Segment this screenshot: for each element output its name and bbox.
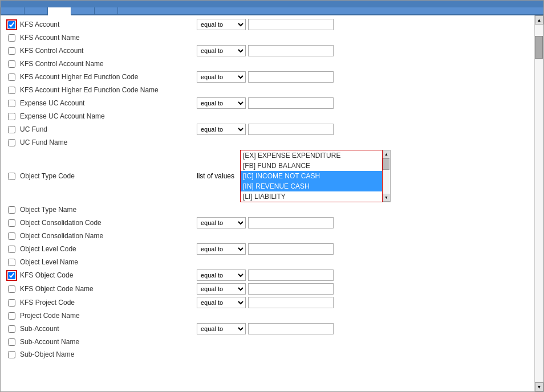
- checkbox-kfs-account-higher-ed-name[interactable]: [8, 87, 15, 94]
- checkbox-cell-uc-fund: [3, 126, 20, 133]
- input-uc-fund[interactable]: [248, 124, 334, 135]
- tab-full-accounting[interactable]: [48, 7, 71, 15]
- label-kfs-account-higher-ed: KFS Account Higher Ed Function Code: [20, 73, 197, 81]
- checkbox-expense-uc-account[interactable]: [8, 100, 15, 107]
- dropdown-kfs-object-code-name[interactable]: equal tonot equal toless thangreater tha…: [197, 283, 246, 295]
- table-row: UC Fundequal tonot equal toless thangrea…: [1, 122, 534, 136]
- listbox-scrollbar[interactable]: ▲▼: [383, 150, 391, 202]
- checkbox-object-type-name[interactable]: [8, 206, 15, 214]
- table-row: Expense UC Account Name: [1, 110, 534, 122]
- dropdown-sub-account[interactable]: equal tonot equal toless thangreater tha…: [197, 323, 246, 334]
- lb-scroll-track: [383, 158, 390, 194]
- input-kfs-control-account[interactable]: [248, 45, 334, 56]
- dropdown-kfs-project-code[interactable]: equal tonot equal toless thangreater tha…: [197, 297, 246, 308]
- checkbox-cell-object-level-code: [3, 246, 20, 253]
- table-row: Object Level Codeequal tonot equal toles…: [1, 242, 534, 256]
- table-row: KFS Control Accountequal tonot equal tol…: [1, 44, 534, 58]
- checkbox-wrapper-kfs-account: [6, 19, 17, 30]
- table-row: KFS Control Account Name: [1, 58, 534, 70]
- checkbox-object-level-name[interactable]: [8, 259, 15, 266]
- checkbox-object-level-code[interactable]: [8, 246, 15, 253]
- dropdown-uc-fund[interactable]: equal tonot equal toless thangreater tha…: [197, 124, 246, 135]
- checkbox-cell-sub-account-name: [3, 338, 20, 346]
- listbox-item[interactable]: [FB] FUND BALANCE: [241, 161, 382, 171]
- checkbox-kfs-account-name[interactable]: [8, 34, 15, 42]
- listbox-item[interactable]: [IN] REVENUE CASH: [241, 181, 382, 191]
- checkbox-cell-kfs-account-higher-ed-name: [3, 87, 20, 94]
- listbox-item[interactable]: [IC] INCOME NOT CASH: [241, 171, 382, 181]
- table-row: Sub-Object Name: [1, 348, 534, 361]
- tab-ledger-detail[interactable]: [71, 7, 95, 14]
- table-row: Expense UC Accountequal tonot equal tole…: [1, 96, 534, 110]
- scroll-down-button[interactable]: ▼: [535, 382, 543, 391]
- checkbox-kfs-account[interactable]: [8, 21, 15, 28]
- listbox-item[interactable]: [LI] LIABILITY: [241, 191, 382, 202]
- checkbox-uc-fund[interactable]: [8, 126, 15, 133]
- lb-scroll-down[interactable]: ▼: [383, 194, 390, 202]
- input-kfs-object-code[interactable]: [248, 270, 334, 281]
- table-row: Object Consolidation Name: [1, 230, 534, 242]
- checkbox-cell-kfs-account-name: [3, 34, 20, 42]
- input-kfs-project-code[interactable]: [248, 297, 334, 308]
- input-kfs-account[interactable]: [248, 19, 334, 30]
- lb-scroll-thumb[interactable]: [383, 158, 389, 170]
- tab-amounts[interactable]: [95, 7, 118, 14]
- listbox[interactable]: [EX] EXPENSE EXPENDITURE[FB] FUND BALANC…: [240, 150, 383, 202]
- checkbox-sub-object-name[interactable]: [8, 351, 15, 358]
- control-cell-kfs-account-higher-ed: equal tonot equal toless thangreater tha…: [197, 71, 532, 83]
- scrollbar[interactable]: ▲ ▼: [534, 15, 543, 391]
- dropdown-expense-uc-account[interactable]: equal tonot equal toless thangreater tha…: [197, 97, 246, 109]
- scroll-track[interactable]: [535, 24, 543, 382]
- main-content: KFS Accountequal tonot equal toless than…: [1, 15, 534, 391]
- tab-campus-hierarchy[interactable]: [25, 7, 48, 14]
- dropdown-kfs-account-higher-ed[interactable]: equal tonot equal toless thangreater tha…: [197, 71, 246, 83]
- listbox-item[interactable]: [EX] EXPENSE EXPENDITURE: [241, 150, 382, 161]
- label-object-consolidation-name: Object Consolidation Name: [20, 232, 197, 240]
- content-area: KFS Accountequal tonot equal toless than…: [1, 15, 543, 391]
- checkbox-kfs-control-account[interactable]: [8, 47, 15, 55]
- input-expense-uc-account[interactable]: [248, 97, 334, 109]
- dropdown-kfs-object-code[interactable]: equal tonot equal toless thangreater tha…: [197, 270, 246, 281]
- label-kfs-control-account: KFS Control Account: [20, 47, 197, 55]
- listbox-container: [EX] EXPENSE EXPENDITURE[FB] FUND BALANC…: [240, 150, 391, 202]
- checkbox-kfs-project-code[interactable]: [8, 299, 15, 307]
- tab-bar: [1, 7, 543, 15]
- input-sub-account[interactable]: [248, 323, 334, 334]
- dropdown-kfs-account[interactable]: equal tonot equal toless thangreater tha…: [197, 19, 246, 30]
- label-kfs-object-code: KFS Object Code: [20, 271, 197, 279]
- scroll-thumb[interactable]: [535, 36, 543, 59]
- input-object-level-code[interactable]: [248, 243, 334, 255]
- checkbox-cell-sub-account: [3, 325, 20, 333]
- checkbox-kfs-control-account-name[interactable]: [8, 60, 15, 68]
- input-kfs-account-higher-ed[interactable]: [248, 71, 334, 83]
- dropdown-object-level-code[interactable]: equal tonot equal toless thangreater tha…: [197, 243, 246, 255]
- checkbox-uc-fund-name[interactable]: [8, 139, 15, 146]
- checkbox-kfs-object-code-name[interactable]: [8, 285, 15, 293]
- control-cell-sub-account: equal tonot equal toless thangreater tha…: [197, 323, 532, 334]
- checkbox-object-type-code[interactable]: [8, 173, 15, 180]
- checkbox-sub-account[interactable]: [8, 325, 15, 333]
- checkbox-kfs-object-code[interactable]: [8, 272, 15, 279]
- checkbox-cell-object-consolidation-code: [3, 219, 20, 227]
- checkbox-object-consolidation-code[interactable]: [8, 219, 15, 227]
- label-expense-uc-account: Expense UC Account: [20, 99, 197, 107]
- app-title: [1, 1, 543, 7]
- table-row: Object Consolidation Codeequal tonot equ…: [1, 216, 534, 230]
- checkbox-sub-account-name[interactable]: [8, 338, 15, 346]
- scroll-up-button[interactable]: ▲: [535, 15, 543, 24]
- checkbox-cell-expense-uc-account: [3, 100, 20, 107]
- input-object-consolidation-code[interactable]: [248, 217, 334, 228]
- dropdown-kfs-control-account[interactable]: equal tonot equal toless thangreater tha…: [197, 45, 246, 56]
- input-kfs-object-code-name[interactable]: [248, 283, 334, 295]
- tab-context[interactable]: [1, 7, 25, 14]
- checkbox-kfs-account-higher-ed[interactable]: [8, 74, 15, 81]
- lb-scroll-up[interactable]: ▲: [383, 150, 390, 158]
- checkbox-cell-uc-fund-name: [3, 139, 20, 146]
- checkbox-expense-uc-account-name[interactable]: [8, 113, 15, 120]
- checkbox-cell-object-consolidation-name: [3, 232, 20, 240]
- table-row: KFS Account Name: [1, 31, 534, 44]
- control-cell-kfs-project-code: equal tonot equal toless thangreater tha…: [197, 297, 532, 308]
- checkbox-project-code-name[interactable]: [8, 312, 15, 320]
- checkbox-object-consolidation-name[interactable]: [8, 232, 15, 240]
- dropdown-object-consolidation-code[interactable]: equal tonot equal toless thangreater tha…: [197, 217, 246, 228]
